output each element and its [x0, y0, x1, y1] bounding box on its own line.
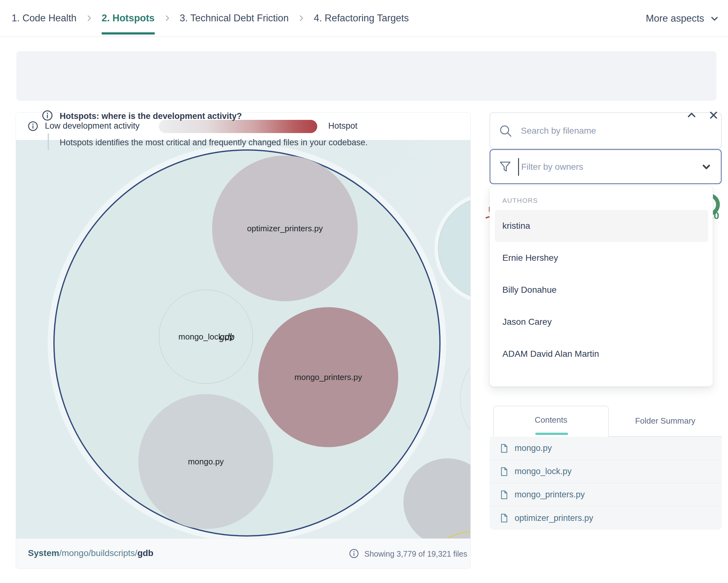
file-name: mongo_lock.py: [515, 467, 572, 476]
search-icon: [498, 124, 513, 138]
hotspots-page: 1. Code Health 2. Hotspots 3. Technical …: [0, 0, 728, 583]
file-icon: [499, 513, 509, 523]
author-option-adam-david-alan-martin[interactable]: ADAM David Alan Martin: [495, 338, 708, 370]
chevron-right-icon: [85, 14, 93, 22]
file-icon: [499, 490, 509, 500]
files-shown-status: Showing 3,779 of 19,321 files: [364, 550, 467, 558]
chevron-down-icon: [709, 13, 720, 24]
circle-packing-map: gdb optimizer_printers.py mongo_lock.py …: [16, 140, 471, 538]
partial-folder-circle[interactable]: [460, 344, 471, 454]
owner-filter: [490, 149, 722, 184]
banner-quote-bar: [48, 133, 49, 150]
banner-collapse-button[interactable]: [685, 108, 699, 122]
info-icon[interactable]: [42, 109, 53, 122]
active-tab-indicator: [535, 433, 568, 435]
info-icon[interactable]: [348, 548, 359, 559]
tab-divider: [609, 436, 722, 437]
activity-gradient: [159, 120, 317, 133]
tab-folder-summary[interactable]: Folder Summary: [609, 406, 722, 436]
chevron-right-icon: [297, 14, 305, 22]
tab-contents-label: Contents: [535, 415, 567, 425]
legend-hotspot-label: Hotspot: [328, 121, 357, 131]
hotspot-map-panel: Low development activity Hotspot gdb opt…: [16, 112, 471, 569]
file-icon: [499, 467, 509, 477]
breadcrumb-current: gdb: [137, 548, 153, 558]
map-footer-bar: System/mongo/buildscripts/gdb Showing 3,…: [16, 538, 471, 569]
nav-item-code-health[interactable]: 1. Code Health: [11, 12, 77, 24]
folder-contents-list: mongo.py mongo_lock.py mongo_printers.py…: [490, 437, 722, 530]
breadcrumb-root[interactable]: System: [28, 548, 59, 558]
file-row-mongo-printers[interactable]: mongo_printers.py: [490, 483, 722, 506]
authors-list: kristina Ernie Hershey Billy Donahue Jas…: [495, 210, 708, 370]
nav-item-hotspots[interactable]: 2. Hotspots: [102, 12, 155, 24]
owner-filter-input[interactable]: [521, 150, 691, 184]
file-bubble-mongo-printers[interactable]: mongo_printers.py: [258, 307, 398, 447]
breadcrumb: System/mongo/buildscripts/gdb: [28, 548, 153, 558]
file-bubble-optimizer-printers[interactable]: optimizer_printers.py: [212, 156, 358, 301]
legend-low-label: Low development activity: [45, 121, 140, 131]
banner-description: Hotspots identifies the most critical an…: [60, 138, 368, 148]
authors-dropdown: AUTHORS kristina Ernie Hershey Billy Don…: [490, 186, 713, 387]
file-name: mongo_printers.py: [515, 490, 585, 500]
author-option-kristina[interactable]: kristina: [495, 210, 708, 242]
chevron-right-icon: [163, 14, 171, 22]
bubble-label: mongo.py: [188, 457, 224, 467]
authors-section-label: AUTHORS: [502, 197, 538, 204]
hotspots-info-banner: Hotspots: where is the development activ…: [16, 51, 717, 101]
chevron-down-icon[interactable]: [699, 160, 713, 174]
banner-close-button[interactable]: [707, 108, 721, 122]
tab-contents[interactable]: Contents: [493, 406, 609, 437]
author-option-billy-donahue[interactable]: Billy Donahue: [495, 274, 708, 306]
text-cursor: [518, 158, 519, 176]
bubble-label: optimizer_printers.py: [247, 224, 322, 234]
file-name: mongo.py: [515, 443, 552, 453]
more-aspects-label: More aspects: [646, 13, 704, 24]
more-aspects-button[interactable]: More aspects: [646, 0, 720, 37]
file-row-optimizer-printers[interactable]: optimizer_printers.py: [490, 506, 722, 530]
file-icon: [499, 443, 509, 453]
partial-folder-circle[interactable]: [438, 196, 471, 300]
file-bubble-mongo[interactable]: mongo.py: [138, 394, 273, 529]
info-icon[interactable]: [27, 121, 38, 132]
nav-item-refactoring-targets[interactable]: 4. Refactoring Targets: [314, 12, 409, 24]
author-option-jason-carey[interactable]: Jason Carey: [495, 306, 708, 338]
file-row-mongo-lock[interactable]: mongo_lock.py: [490, 460, 722, 483]
file-name: optimizer_printers.py: [515, 513, 593, 523]
bubble-label: mongo_printers.py: [294, 372, 362, 382]
partial-file-circle[interactable]: [404, 458, 471, 538]
bubble-label: mongo_lock.py: [179, 332, 233, 342]
breadcrumb-path[interactable]: /mongo/buildscripts/: [59, 548, 137, 558]
nav-item-technical-debt-friction[interactable]: 3. Technical Debt Friction: [180, 12, 289, 24]
filter-icon: [498, 159, 513, 174]
file-row-mongo[interactable]: mongo.py: [490, 437, 722, 460]
top-navigation: 1. Code Health 2. Hotspots 3. Technical …: [0, 0, 728, 37]
banner-title: Hotspots: where is the development activ…: [60, 111, 242, 121]
author-option-ernie-hershey[interactable]: Ernie Hershey: [495, 242, 708, 274]
file-bubble-mongo-lock[interactable]: mongo_lock.py: [159, 290, 253, 384]
